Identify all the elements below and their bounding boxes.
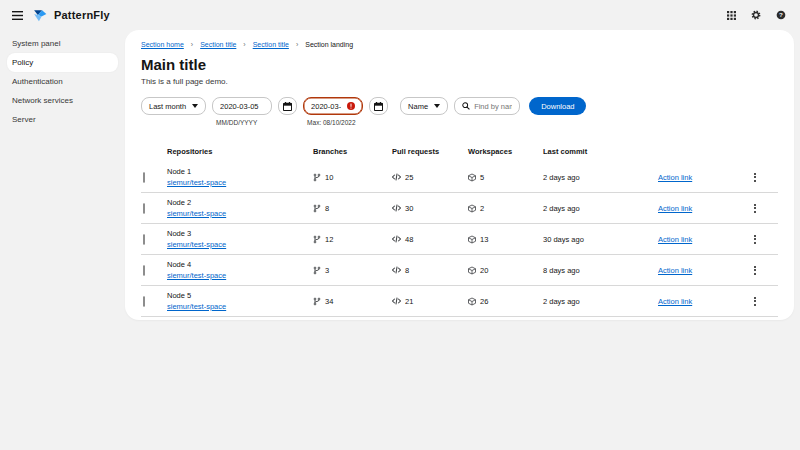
row-action-link[interactable]: Action link bbox=[658, 235, 692, 244]
attribute-select[interactable]: Name bbox=[400, 97, 448, 115]
code-icon bbox=[392, 297, 401, 305]
breadcrumb-current-page: Section landing bbox=[305, 41, 353, 48]
workspaces-count: 2 bbox=[480, 204, 484, 213]
date-from-helper-text: MM/DD/YYYY bbox=[216, 119, 272, 126]
date-from-value[interactable] bbox=[220, 102, 264, 111]
code-branch-icon bbox=[313, 173, 321, 182]
code-branch-icon bbox=[313, 204, 321, 213]
pull-requests-count: 30 bbox=[405, 204, 413, 213]
column-header-repositories[interactable]: Repositories bbox=[165, 141, 311, 162]
name-search-field[interactable] bbox=[454, 97, 520, 115]
date-to-group: Max: 08/10/2022 bbox=[303, 97, 363, 126]
nav-toggle-hamburger-icon[interactable] bbox=[12, 11, 23, 20]
date-to-helper-text: Max: 08/10/2022 bbox=[307, 119, 363, 126]
download-button[interactable]: Download bbox=[529, 97, 586, 115]
breadcrumb-link-section-title-1[interactable]: Section title bbox=[200, 41, 236, 48]
brand-title: PatternFly bbox=[54, 9, 110, 21]
row-action-link[interactable]: Action link bbox=[658, 266, 692, 275]
workspaces-count: 5 bbox=[480, 173, 484, 182]
row-checkbox[interactable] bbox=[143, 203, 145, 214]
pull-requests-count: 25 bbox=[405, 173, 413, 182]
sidebar-item-authentication[interactable]: Authentication bbox=[0, 72, 125, 91]
settings-gear-icon[interactable] bbox=[751, 10, 761, 20]
masthead: PatternFly ? bbox=[0, 0, 800, 30]
attribute-select-value: Name bbox=[408, 102, 428, 111]
sidebar-item-policy[interactable]: Policy bbox=[7, 53, 118, 72]
date-to-input[interactable] bbox=[303, 97, 363, 115]
table-row: Node 3 siemur/test-space 12 48 bbox=[141, 224, 778, 255]
header-kebab-spacer bbox=[748, 141, 778, 162]
repo-name: Node 3 bbox=[167, 229, 309, 238]
sidebar-item-system-panel[interactable]: System panel bbox=[0, 34, 125, 53]
row-kebab-menu-icon[interactable] bbox=[750, 264, 760, 277]
last-commit-text: 2 days ago bbox=[543, 204, 580, 213]
table-row: Node 5 siemur/test-space 34 21 bbox=[141, 286, 778, 317]
repo-space-link[interactable]: siemur/test-space bbox=[167, 178, 226, 187]
repo-name: Node 1 bbox=[167, 167, 309, 176]
table-row: Node 1 siemur/test-space 10 25 bbox=[141, 162, 778, 193]
repo-name: Node 4 bbox=[167, 260, 309, 269]
branches-count: 34 bbox=[325, 297, 333, 306]
cube-icon bbox=[468, 204, 476, 213]
row-kebab-menu-icon[interactable] bbox=[750, 233, 760, 246]
code-branch-icon bbox=[313, 266, 321, 275]
date-to-value[interactable] bbox=[311, 102, 341, 111]
workspaces-count: 13 bbox=[480, 235, 488, 244]
row-checkbox[interactable] bbox=[143, 265, 145, 276]
row-kebab-menu-icon[interactable] bbox=[750, 171, 760, 184]
date-from-input[interactable] bbox=[212, 97, 272, 115]
period-select-value: Last month bbox=[149, 102, 186, 111]
row-kebab-menu-icon[interactable] bbox=[750, 295, 760, 308]
sidebar-item-server[interactable]: Server bbox=[0, 110, 125, 129]
repo-space-link[interactable]: siemur/test-space bbox=[167, 302, 226, 311]
chevron-down-icon bbox=[434, 104, 440, 108]
last-commit-text: 8 days ago bbox=[543, 266, 580, 275]
table-header-row: Repositories Branches Pull requests Work… bbox=[141, 141, 778, 162]
code-icon bbox=[392, 204, 401, 212]
repo-space-link[interactable]: siemur/test-space bbox=[167, 271, 226, 280]
cube-icon bbox=[468, 235, 476, 244]
row-action-link[interactable]: Action link bbox=[658, 297, 692, 306]
row-checkbox[interactable] bbox=[143, 234, 145, 245]
pull-requests-count: 8 bbox=[405, 266, 409, 275]
last-commit-text: 30 days ago bbox=[543, 235, 584, 244]
help-question-icon[interactable]: ? bbox=[776, 10, 786, 20]
column-header-pull-requests[interactable]: Pull requests bbox=[390, 141, 466, 162]
table-row: Node 2 siemur/test-space 8 30 bbox=[141, 193, 778, 224]
column-header-workspaces[interactable]: Workspaces bbox=[466, 141, 541, 162]
search-input[interactable] bbox=[474, 102, 512, 111]
row-kebab-menu-icon[interactable] bbox=[750, 202, 760, 215]
workspaces-count: 26 bbox=[480, 297, 488, 306]
code-icon bbox=[392, 235, 401, 243]
table-row: Node 4 siemur/test-space 3 8 bbox=[141, 255, 778, 286]
filters-toolbar: Last month MM/DD/YYYY Max: 08/10/2022 bbox=[141, 97, 778, 126]
breadcrumb-link-section-title-2[interactable]: Section title bbox=[253, 41, 289, 48]
app-launcher-grid-icon[interactable] bbox=[727, 11, 736, 20]
repo-name: Node 2 bbox=[167, 198, 309, 207]
breadcrumb-chevron-icon: › bbox=[243, 41, 245, 48]
row-action-link[interactable]: Action link bbox=[658, 204, 692, 213]
last-commit-text: 2 days ago bbox=[543, 173, 580, 182]
sidebar-item-network-services[interactable]: Network services bbox=[0, 91, 125, 110]
code-branch-icon bbox=[313, 297, 321, 306]
svg-text:?: ? bbox=[779, 11, 783, 18]
header-action-spacer bbox=[656, 141, 748, 162]
date-to-calendar-icon[interactable] bbox=[369, 97, 388, 115]
chevron-down-icon bbox=[192, 104, 198, 108]
pull-requests-count: 21 bbox=[405, 297, 413, 306]
column-header-last-commit[interactable]: Last commit bbox=[541, 141, 656, 162]
row-checkbox[interactable] bbox=[143, 172, 145, 183]
branches-count: 3 bbox=[325, 266, 329, 275]
breadcrumb-link-section-home[interactable]: Section home bbox=[141, 41, 184, 48]
cube-icon bbox=[468, 266, 476, 275]
period-select[interactable]: Last month bbox=[141, 97, 206, 115]
column-header-branches[interactable]: Branches bbox=[311, 141, 390, 162]
patternfly-logo-icon bbox=[32, 7, 49, 24]
repo-name: Node 5 bbox=[167, 291, 309, 300]
row-action-link[interactable]: Action link bbox=[658, 173, 692, 182]
repo-space-link[interactable]: siemur/test-space bbox=[167, 240, 226, 249]
repo-space-link[interactable]: siemur/test-space bbox=[167, 209, 226, 218]
search-icon bbox=[462, 102, 470, 110]
date-from-calendar-icon[interactable] bbox=[278, 97, 297, 115]
row-checkbox[interactable] bbox=[143, 296, 145, 307]
